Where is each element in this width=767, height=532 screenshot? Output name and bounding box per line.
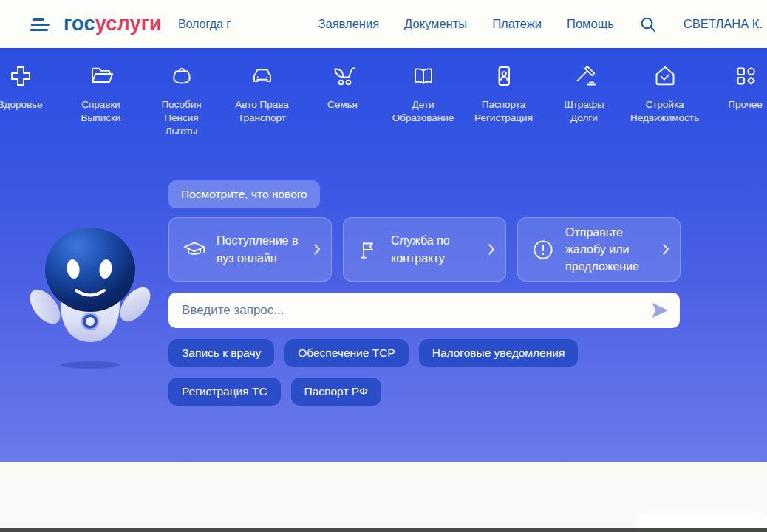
user-account[interactable]: СВЕТЛАНА К. bbox=[684, 17, 763, 31]
chip-tsr-provision[interactable]: Обеспечение ТСР bbox=[284, 339, 408, 367]
hamburger-menu-icon[interactable] bbox=[29, 16, 53, 33]
robot-assistant-mascot[interactable] bbox=[21, 216, 160, 373]
card-title: Отправьте жалобу или предложение bbox=[565, 224, 639, 276]
gosuslugi-portal: госуслуги Вологда г Заявления Документы … bbox=[0, 0, 767, 532]
logo-blue-part: гос bbox=[64, 13, 95, 35]
top-navigation: Заявления Документы Платежи Помощь СВЕТЛ… bbox=[318, 15, 763, 34]
category-label: Пособия Пенсия Льготы bbox=[161, 98, 201, 137]
promo-cards: Поступление в вуз онлайн Служба по контр… bbox=[168, 217, 686, 282]
nav-documents[interactable]: Документы bbox=[404, 17, 467, 31]
nav-help[interactable]: Помощь bbox=[567, 17, 614, 31]
chevron-right-icon bbox=[663, 244, 669, 255]
category-label: Штрафы Долги bbox=[564, 98, 604, 125]
category-label: Стройка Недвижимость bbox=[630, 98, 699, 125]
category-label: Справки Выписки bbox=[81, 98, 121, 125]
category-strip: Здоровье Справки Выписки Пособия Пенсия … bbox=[0, 63, 767, 137]
chip-tax-notifications[interactable]: Налоговые уведомления bbox=[419, 339, 579, 367]
category-label: Дети Образование bbox=[392, 98, 454, 125]
card-send-complaint[interactable]: Отправьте жалобу или предложение bbox=[517, 217, 681, 282]
footer-area bbox=[0, 462, 767, 528]
chevron-right-icon bbox=[314, 244, 321, 255]
grid-shapes-icon bbox=[732, 63, 759, 89]
card-contract-service[interactable]: Служба по контракту bbox=[343, 217, 506, 282]
open-book-icon bbox=[410, 63, 437, 89]
category-label: Семья bbox=[327, 98, 358, 112]
purse-icon bbox=[168, 63, 195, 89]
category-benefits[interactable]: Пособия Пенсия Льготы bbox=[141, 63, 222, 137]
category-passports[interactable]: Паспорта Регистрация bbox=[463, 63, 544, 137]
hero-content: Посмотрите, что нового Поступление в вуз… bbox=[168, 180, 686, 406]
bottom-strip bbox=[0, 528, 767, 532]
chip-doctor-appointment[interactable]: Запись к врачу bbox=[168, 339, 274, 367]
hero-section: Здоровье Справки Выписки Пособия Пенсия … bbox=[0, 48, 767, 462]
chip-passport-rf[interactable]: Паспорт РФ bbox=[291, 378, 381, 406]
stroller-icon bbox=[330, 63, 356, 89]
category-construction[interactable]: Стройка Недвижимость bbox=[624, 63, 705, 137]
category-label: Авто Права Транспорт bbox=[235, 98, 288, 125]
medical-cross-icon bbox=[7, 63, 34, 89]
location-selector[interactable]: Вологда г bbox=[178, 18, 231, 31]
whats-new-button[interactable]: Посмотрите, что нового bbox=[168, 180, 320, 208]
top-bar: госуслуги Вологда г Заявления Документы … bbox=[0, 0, 767, 48]
send-arrow-icon[interactable] bbox=[650, 302, 669, 318]
card-title: Поступление в вуз онлайн bbox=[217, 232, 298, 266]
category-health[interactable]: Здоровье bbox=[0, 63, 61, 137]
category-auto[interactable]: Авто Права Транспорт bbox=[222, 63, 302, 137]
chat-widget-tab[interactable] bbox=[637, 513, 767, 528]
category-fines-debts[interactable]: Штрафы Долги bbox=[544, 63, 624, 137]
flag-icon bbox=[356, 237, 381, 262]
nav-payments[interactable]: Платежи bbox=[492, 17, 542, 31]
category-children-education[interactable]: Дети Образование bbox=[383, 63, 463, 137]
logo-red-part: услуги bbox=[95, 13, 162, 35]
card-title: Служба по контракту bbox=[391, 232, 450, 266]
magnifier-icon[interactable] bbox=[639, 15, 658, 34]
category-other[interactable]: Прочее bbox=[705, 63, 767, 137]
quick-suggestions: Запись к врачу Обеспечение ТСР Налоговые… bbox=[168, 339, 686, 406]
category-label: Здоровье bbox=[0, 98, 43, 112]
category-certificates[interactable]: Справки Выписки bbox=[61, 63, 141, 137]
assistant-search-bar bbox=[168, 293, 680, 328]
chip-vehicle-registration[interactable]: Регистрация ТС bbox=[168, 378, 281, 406]
logo[interactable]: госуслуги bbox=[64, 13, 162, 35]
folder-icon bbox=[88, 63, 115, 89]
search-input[interactable] bbox=[180, 302, 650, 318]
category-label: Прочее bbox=[728, 98, 762, 112]
house-check-icon bbox=[652, 63, 678, 89]
exclamation-circle-icon bbox=[531, 237, 556, 262]
car-icon bbox=[249, 63, 276, 89]
gavel-icon bbox=[571, 63, 598, 89]
chevron-right-icon bbox=[488, 244, 495, 255]
passport-icon bbox=[491, 63, 517, 89]
category-label: Паспорта Регистрация bbox=[474, 98, 533, 125]
card-university-admission[interactable]: Поступление в вуз онлайн bbox=[168, 217, 332, 282]
category-family[interactable]: Семья bbox=[302, 63, 383, 137]
graduation-cap-icon bbox=[182, 237, 207, 262]
nav-applications[interactable]: Заявления bbox=[318, 17, 380, 31]
